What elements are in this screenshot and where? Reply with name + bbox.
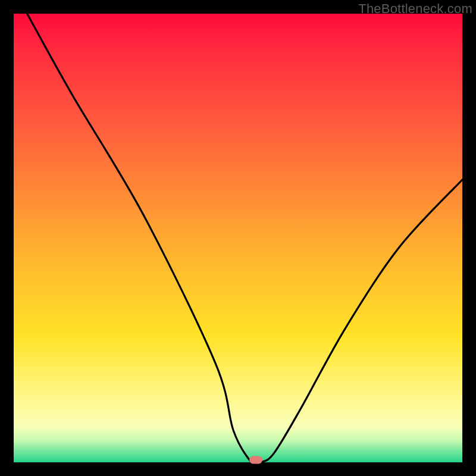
optimum-marker — [249, 456, 262, 464]
watermark-text: TheBottleneck.com — [358, 1, 472, 17]
plot-area — [14, 14, 462, 462]
chart-frame: TheBottleneck.com — [0, 0, 476, 476]
bottleneck-curve — [14, 14, 462, 462]
